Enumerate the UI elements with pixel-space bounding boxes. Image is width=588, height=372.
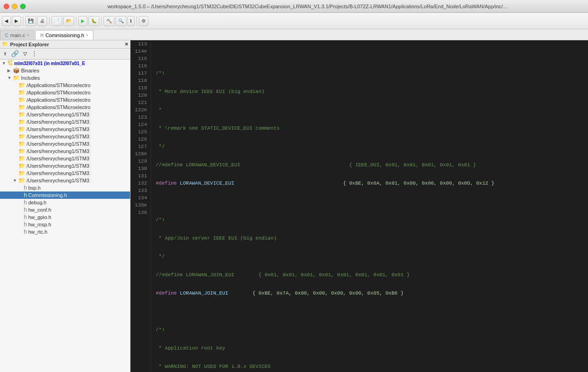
tree-label-binaries: Binaries: [21, 68, 39, 73]
tree-arrow-project: ▼: [2, 61, 7, 66]
hw-msp-icon: h: [24, 221, 27, 228]
toolbar-sep-5: [136, 16, 137, 26]
toolbar-open[interactable]: 📂: [63, 16, 74, 26]
toolbar-info[interactable]: ℹ: [127, 16, 135, 26]
tree-item-project[interactable]: ▼ 🏗 mlm32l07x01 (in mlm32l07x01_E: [0, 60, 130, 67]
tree-item-hw-msp[interactable]: h hw_msp.h: [0, 221, 130, 228]
tab-commissioning-h[interactable]: H Commissioning.h ×: [35, 30, 93, 40]
tree-item-usr7[interactable]: 📁 /Users/henrycheung1/STM3: [0, 155, 130, 162]
tree-label-bsp: bsp.h: [28, 185, 41, 191]
tree-item-hw-conf[interactable]: h hw_conf.h: [0, 206, 130, 213]
tree-item-usr8[interactable]: 📁 /Users/henrycheung1/STM3: [0, 162, 130, 170]
tree-item-inc1[interactable]: 📁 /Applications/STMicroelectro: [0, 82, 130, 89]
tree-item-bsp[interactable]: h bsp.h: [0, 184, 130, 191]
toolbar-sep-4: [101, 16, 102, 26]
editor-container: 113 114⊖ 115 116 117 118 119 120 121 122…: [131, 40, 588, 372]
debug-icon: h: [24, 199, 27, 206]
tree-label-includes: Includes: [21, 75, 40, 81]
tree-item-inc4[interactable]: 📁 /Applications/STMicroelectro: [0, 104, 130, 111]
code-line-125: //#define LORAWAN_JOIN_EUI { 0x01, 0x01,…: [156, 271, 583, 279]
maximize-button[interactable]: [20, 4, 26, 9]
tree-label-usr3: /Users/henrycheung1/STM3: [27, 126, 89, 132]
toolbar-new[interactable]: 📄: [51, 16, 62, 26]
hw-conf-icon: h: [24, 207, 27, 213]
tree-item-commissioning[interactable]: h Commissioning.h: [0, 191, 130, 199]
toolbar-settings[interactable]: ⚙: [139, 16, 148, 26]
toolbar-debug[interactable]: 🐛: [88, 16, 99, 26]
tree-item-usr10[interactable]: ▼ 📁 /Users/henrycheung1/STM3: [0, 177, 130, 184]
sidebar-title: Project Explorer: [10, 42, 49, 47]
tree-label-hw-msp: hw_msp.h: [28, 222, 51, 227]
tree-label-inc1: /Applications/STMicroelectro: [27, 82, 90, 88]
project-icon: 🏗: [7, 60, 13, 66]
tree-item-usr9[interactable]: 📁 /Users/henrycheung1/STM3: [0, 170, 130, 177]
code-line-117: * \remark see STATIC_DEVICE_EUI comments: [156, 125, 583, 132]
tree-item-inc2[interactable]: 📁 /Applications/STMicroelectro: [0, 89, 130, 96]
tree-item-inc3[interactable]: 📁 /Applications/STMicroelectro: [0, 96, 130, 104]
inc2-icon: 📁: [18, 89, 25, 96]
code-lines[interactable]: /*! * Mote device IEEE EUI (big endian) …: [151, 40, 588, 372]
tree-item-usr2[interactable]: 📁 /Users/henrycheung1/STM3: [0, 118, 130, 126]
code-line-121: [156, 198, 583, 205]
toolbar-forward[interactable]: ▶: [12, 16, 21, 26]
tree-label-inc2: /Applications/STMicroelectro: [27, 90, 90, 95]
tree-arrow-usr10: ▼: [13, 178, 18, 183]
tree-arrow-includes: ▼: [7, 76, 13, 80]
code-content: 113 114⊖ 115 116 117 118 119 120 121 122…: [131, 40, 588, 372]
tree-label-usr2: /Users/henrycheung1/STM3: [27, 119, 89, 125]
tree-item-binaries[interactable]: ▶ 📦 Binaries: [0, 67, 130, 74]
sidebar-collapse-all[interactable]: ⬆: [2, 49, 8, 58]
tree-item-usr1[interactable]: 📁 /Users/henrycheung1/STM3: [0, 111, 130, 118]
usr2-icon: 📁: [18, 119, 25, 125]
tree-item-includes[interactable]: ▼ 📁 Includes: [0, 74, 130, 82]
tree-item-hw-gpio[interactable]: h hw_gpio.h: [0, 213, 130, 221]
tab-main-c-close[interactable]: ×: [27, 33, 29, 38]
editor-area[interactable]: 113 114⊖ 115 116 117 118 119 120 121 122…: [131, 40, 588, 372]
tree-item-usr3[interactable]: 📁 /Users/henrycheung1/STM3: [0, 126, 130, 133]
tree-label-hw-rtc: hw_rtc.h: [28, 229, 48, 235]
tab-main-c-icon: C: [5, 33, 8, 38]
code-line-128: /*!: [156, 326, 583, 334]
code-line-127: [156, 308, 583, 315]
tab-main-c[interactable]: C main.c ×: [0, 30, 34, 40]
minimize-button[interactable]: [12, 4, 17, 9]
code-line-122: /*!: [156, 216, 583, 224]
tree-item-usr4[interactable]: 📁 /Users/henrycheung1/STM3: [0, 133, 130, 140]
code-line-120: #define LORAWAN_DEVICE_EUI { 0xBE, 0x6A,…: [156, 180, 583, 187]
toolbar-print[interactable]: 🖨: [37, 16, 47, 26]
sidebar-link[interactable]: 🔗: [10, 49, 20, 58]
sidebar-filter[interactable]: ▽: [22, 49, 28, 58]
tab-commissioning-close[interactable]: ×: [86, 33, 88, 38]
tree-label-usr7: /Users/henrycheung1/STM3: [27, 156, 89, 161]
main-toolbar: ◀ ▶ 💾 🖨 📄 📂 ▶ 🐛 🔨 🔍 ℹ ⚙: [0, 13, 588, 29]
tab-commissioning-label: Commissioning.h: [45, 33, 84, 38]
tree-label-hw-conf: hw_conf.h: [28, 207, 51, 213]
toolbar-save[interactable]: 💾: [25, 16, 36, 26]
content-area: 📁 Project Explorer ✕ ⬆ 🔗 ▽ ⋮ ▼ 🏗 mlm32l0…: [0, 40, 588, 372]
inc1-icon: 📁: [18, 82, 25, 88]
toolbar-search[interactable]: 🔍: [115, 16, 126, 26]
tab-commissioning-icon: H: [40, 33, 44, 38]
sidebar-close-icon[interactable]: ✕: [125, 42, 128, 47]
code-line-114: /*!: [156, 70, 583, 77]
tree-item-usr5[interactable]: 📁 /Users/henrycheung1/STM3: [0, 140, 130, 148]
tree-label-usr10: /Users/henrycheung1/STM3: [27, 178, 89, 183]
usr1-icon: 📁: [18, 111, 25, 118]
tree-item-usr6[interactable]: 📁 /Users/henrycheung1/STM3: [0, 148, 130, 155]
window-title: workspace_1.5.0 – /Users/henrycheung1/ST…: [30, 4, 584, 9]
code-line-119: //#define LORAWAN_DEVICE_EUI { IEEE_OUI,…: [156, 161, 583, 169]
sidebar-menu[interactable]: ⋮: [30, 49, 39, 58]
tree-label-usr1: /Users/henrycheung1/STM3: [27, 112, 89, 117]
tab-main-c-label: main.c: [10, 33, 25, 38]
line-numbers: 113 114⊖ 115 116 117 118 119 120 121 122…: [131, 40, 151, 372]
code-line-118: */: [156, 143, 583, 150]
toolbar-run[interactable]: ▶: [78, 16, 87, 26]
toolbar-back[interactable]: ◀: [2, 16, 11, 26]
tree-item-hw-rtc[interactable]: h hw_rtc.h: [0, 228, 130, 235]
sidebar: 📁 Project Explorer ✕ ⬆ 🔗 ▽ ⋮ ▼ 🏗 mlm32l0…: [0, 40, 131, 372]
close-button[interactable]: [4, 4, 9, 9]
toolbar-build[interactable]: 🔨: [103, 16, 114, 26]
code-line-116: *: [156, 106, 583, 114]
tree-item-debug[interactable]: h debug.h: [0, 199, 130, 206]
tree-label-debug: debug.h: [28, 200, 47, 205]
